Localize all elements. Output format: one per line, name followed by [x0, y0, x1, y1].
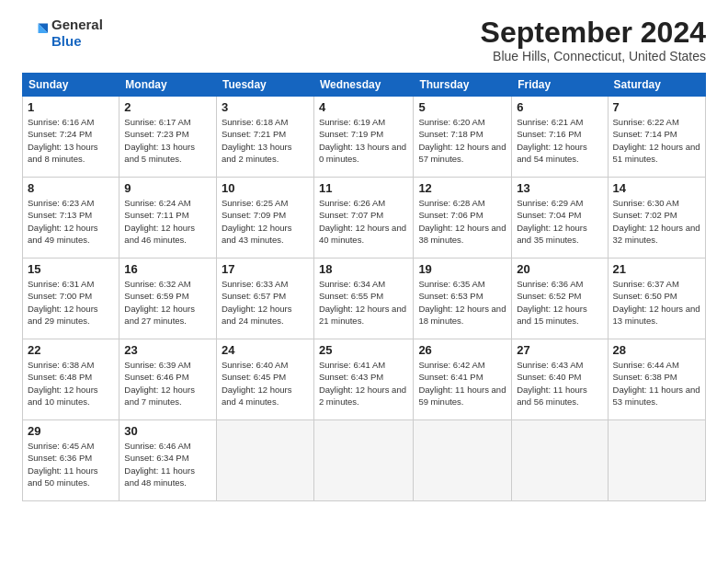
- day-cell: 14 Sunrise: 6:30 AMSunset: 7:02 PMDaylig…: [608, 178, 705, 259]
- day-cell: 25 Sunrise: 6:41 AMSunset: 6:43 PMDaylig…: [313, 339, 413, 420]
- day-number: 21: [613, 262, 700, 276]
- day-cell: 11 Sunrise: 6:26 AMSunset: 7:07 PMDaylig…: [313, 178, 413, 259]
- day-info: Sunrise: 6:21 AMSunset: 7:16 PMDaylight:…: [517, 117, 587, 164]
- day-cell: 20 Sunrise: 6:36 AMSunset: 6:52 PMDaylig…: [512, 259, 608, 339]
- day-cell: 22 Sunrise: 6:38 AMSunset: 6:48 PMDaylig…: [23, 339, 119, 420]
- day-cell: 24 Sunrise: 6:40 AMSunset: 6:45 PMDaylig…: [216, 339, 313, 420]
- day-cell: 23 Sunrise: 6:39 AMSunset: 6:46 PMDaylig…: [119, 339, 217, 420]
- week-row-5: 29 Sunrise: 6:45 AMSunset: 6:36 PMDaylig…: [23, 420, 706, 501]
- day-cell: 18 Sunrise: 6:34 AMSunset: 6:55 PMDaylig…: [313, 259, 413, 339]
- day-number: 29: [28, 424, 114, 438]
- day-cell: 10 Sunrise: 6:25 AMSunset: 7:09 PMDaylig…: [216, 178, 313, 259]
- day-cell: 27 Sunrise: 6:43 AMSunset: 6:40 PMDaylig…: [512, 339, 608, 420]
- day-cell: 8 Sunrise: 6:23 AMSunset: 7:13 PMDayligh…: [23, 178, 119, 259]
- day-info: Sunrise: 6:24 AMSunset: 7:11 PMDaylight:…: [124, 198, 195, 245]
- header-cell-saturday: Saturday: [608, 74, 705, 97]
- header-cell-wednesday: Wednesday: [313, 74, 413, 97]
- calendar-header: SundayMondayTuesdayWednesdayThursdayFrid…: [23, 74, 706, 97]
- day-info: Sunrise: 6:37 AMSunset: 6:50 PMDaylight:…: [613, 279, 700, 326]
- day-number: 22: [28, 343, 114, 357]
- day-info: Sunrise: 6:36 AMSunset: 6:52 PMDaylight:…: [517, 279, 587, 326]
- day-number: 13: [517, 181, 602, 195]
- day-cell: 13 Sunrise: 6:29 AMSunset: 7:04 PMDaylig…: [512, 178, 608, 259]
- day-info: Sunrise: 6:32 AMSunset: 6:59 PMDaylight:…: [124, 279, 195, 326]
- day-number: 20: [517, 262, 602, 276]
- day-number: 27: [517, 343, 602, 357]
- day-info: Sunrise: 6:28 AMSunset: 7:06 PMDaylight:…: [418, 198, 506, 245]
- day-info: Sunrise: 6:34 AMSunset: 6:55 PMDaylight:…: [319, 279, 406, 326]
- week-row-3: 15 Sunrise: 6:31 AMSunset: 7:00 PMDaylig…: [23, 259, 706, 339]
- day-cell: 1 Sunrise: 6:16 AMSunset: 7:24 PMDayligh…: [23, 97, 119, 178]
- header-row: SundayMondayTuesdayWednesdayThursdayFrid…: [23, 74, 706, 97]
- day-number: 30: [124, 424, 211, 438]
- day-number: 5: [418, 100, 506, 114]
- day-number: 11: [319, 181, 408, 195]
- day-cell: [216, 420, 313, 501]
- day-info: Sunrise: 6:25 AMSunset: 7:09 PMDaylight:…: [222, 198, 292, 245]
- day-info: Sunrise: 6:17 AMSunset: 7:23 PMDaylight:…: [124, 117, 195, 164]
- day-cell: [414, 420, 512, 501]
- header: General Blue September 2024 Blue Hills, …: [22, 17, 706, 63]
- day-number: 17: [222, 262, 309, 276]
- day-info: Sunrise: 6:38 AMSunset: 6:48 PMDaylight:…: [28, 360, 98, 407]
- day-cell: [608, 420, 705, 501]
- day-cell: [313, 420, 413, 501]
- day-cell: 21 Sunrise: 6:37 AMSunset: 6:50 PMDaylig…: [608, 259, 705, 339]
- day-cell: 28 Sunrise: 6:44 AMSunset: 6:38 PMDaylig…: [608, 339, 705, 420]
- day-info: Sunrise: 6:29 AMSunset: 7:04 PMDaylight:…: [517, 198, 587, 245]
- logo-text: General Blue: [51, 17, 103, 50]
- day-cell: 4 Sunrise: 6:19 AMSunset: 7:19 PMDayligh…: [313, 97, 413, 178]
- day-info: Sunrise: 6:18 AMSunset: 7:21 PMDaylight:…: [222, 117, 292, 164]
- day-cell: 30 Sunrise: 6:46 AMSunset: 6:34 PMDaylig…: [119, 420, 217, 501]
- day-cell: 5 Sunrise: 6:20 AMSunset: 7:18 PMDayligh…: [414, 97, 512, 178]
- day-number: 8: [28, 181, 114, 195]
- month-title: September 2024: [481, 17, 706, 49]
- day-cell: [512, 420, 608, 501]
- day-cell: 3 Sunrise: 6:18 AMSunset: 7:21 PMDayligh…: [216, 97, 313, 178]
- day-number: 1: [28, 100, 114, 114]
- day-number: 23: [124, 343, 211, 357]
- header-cell-monday: Monday: [119, 74, 217, 97]
- day-cell: 12 Sunrise: 6:28 AMSunset: 7:06 PMDaylig…: [414, 178, 512, 259]
- week-row-2: 8 Sunrise: 6:23 AMSunset: 7:13 PMDayligh…: [23, 178, 706, 259]
- calendar-body: 1 Sunrise: 6:16 AMSunset: 7:24 PMDayligh…: [23, 97, 706, 501]
- day-number: 15: [28, 262, 114, 276]
- header-cell-thursday: Thursday: [414, 74, 512, 97]
- day-number: 18: [319, 262, 408, 276]
- day-info: Sunrise: 6:39 AMSunset: 6:46 PMDaylight:…: [124, 360, 195, 407]
- day-number: 9: [124, 181, 211, 195]
- day-number: 3: [222, 100, 309, 114]
- day-number: 12: [418, 181, 506, 195]
- week-row-1: 1 Sunrise: 6:16 AMSunset: 7:24 PMDayligh…: [23, 97, 706, 178]
- location: Blue Hills, Connecticut, United States: [481, 49, 706, 63]
- logo-blue: Blue: [51, 33, 82, 49]
- day-info: Sunrise: 6:31 AMSunset: 7:00 PMDaylight:…: [28, 279, 98, 326]
- calendar: SundayMondayTuesdayWednesdayThursdayFrid…: [22, 73, 706, 501]
- day-info: Sunrise: 6:40 AMSunset: 6:45 PMDaylight:…: [222, 360, 292, 407]
- day-cell: 9 Sunrise: 6:24 AMSunset: 7:11 PMDayligh…: [119, 178, 217, 259]
- day-cell: 16 Sunrise: 6:32 AMSunset: 6:59 PMDaylig…: [119, 259, 217, 339]
- day-info: Sunrise: 6:22 AMSunset: 7:14 PMDaylight:…: [613, 117, 700, 164]
- day-number: 16: [124, 262, 211, 276]
- day-number: 24: [222, 343, 309, 357]
- day-number: 4: [319, 100, 408, 114]
- title-block: September 2024 Blue Hills, Connecticut, …: [481, 17, 706, 63]
- logo-icon: [22, 20, 48, 46]
- day-info: Sunrise: 6:45 AMSunset: 6:36 PMDaylight:…: [28, 441, 98, 488]
- header-cell-tuesday: Tuesday: [216, 74, 313, 97]
- day-info: Sunrise: 6:30 AMSunset: 7:02 PMDaylight:…: [613, 198, 700, 245]
- day-cell: 19 Sunrise: 6:35 AMSunset: 6:53 PMDaylig…: [414, 259, 512, 339]
- day-info: Sunrise: 6:33 AMSunset: 6:57 PMDaylight:…: [222, 279, 292, 326]
- day-number: 19: [418, 262, 506, 276]
- day-info: Sunrise: 6:41 AMSunset: 6:43 PMDaylight:…: [319, 360, 406, 407]
- week-row-4: 22 Sunrise: 6:38 AMSunset: 6:48 PMDaylig…: [23, 339, 706, 420]
- day-cell: 26 Sunrise: 6:42 AMSunset: 6:41 PMDaylig…: [414, 339, 512, 420]
- day-number: 14: [613, 181, 700, 195]
- day-info: Sunrise: 6:43 AMSunset: 6:40 PMDaylight:…: [517, 360, 587, 407]
- day-info: Sunrise: 6:23 AMSunset: 7:13 PMDaylight:…: [28, 198, 98, 245]
- day-number: 2: [124, 100, 211, 114]
- day-number: 10: [222, 181, 309, 195]
- day-number: 7: [613, 100, 700, 114]
- day-info: Sunrise: 6:42 AMSunset: 6:41 PMDaylight:…: [418, 360, 506, 407]
- day-number: 6: [517, 100, 602, 114]
